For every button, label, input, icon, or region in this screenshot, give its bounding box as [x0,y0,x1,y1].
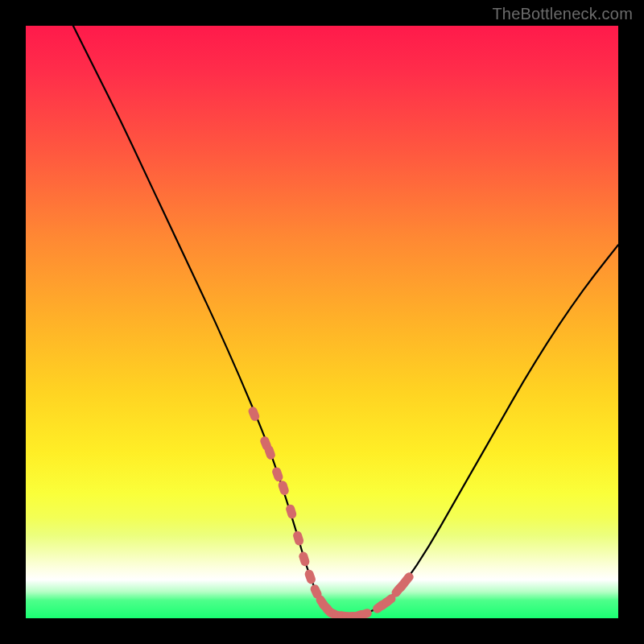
curve-line [73,26,618,617]
marker-point [285,503,298,519]
curve-markers [247,406,415,618]
marker-point [298,551,311,567]
marker-point [271,466,284,483]
marker-point [357,608,374,618]
marker-point [247,406,261,423]
marker-point [303,568,316,585]
watermark-text: TheBottleneck.com [492,5,633,23]
marker-point [277,480,290,496]
chart-frame: TheBottleneck.com [0,0,644,644]
marker-point [292,530,305,546]
chart-svg [26,26,618,618]
plot-area [26,26,618,618]
